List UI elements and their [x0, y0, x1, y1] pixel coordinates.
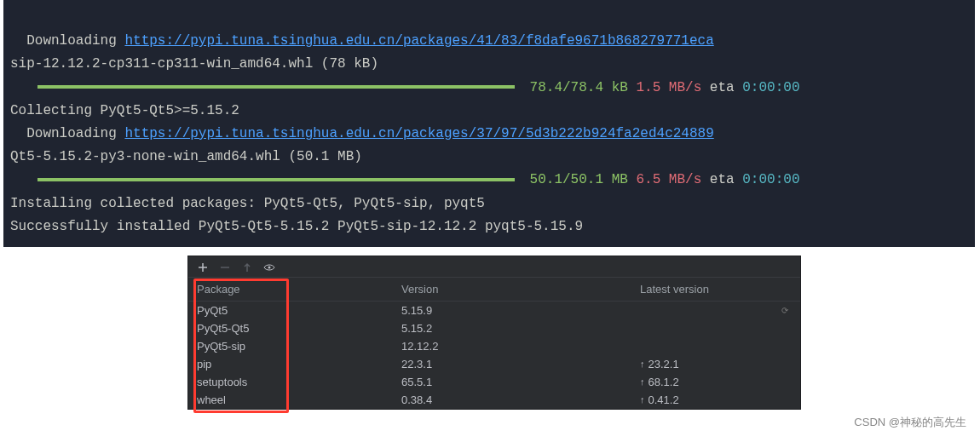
- eta-label-1: eta: [701, 80, 742, 95]
- progress-bar-1: [37, 85, 515, 89]
- package-version: 5.15.2: [401, 322, 640, 335]
- package-latest: ↑ 23.2.1: [640, 358, 792, 370]
- remove-icon[interactable]: [219, 261, 231, 273]
- svg-point-0: [268, 266, 271, 268]
- wheel-file-2: Qt5-5.15.2-py3-none-win_amd64.whl (50.1 …: [10, 149, 362, 164]
- package-version: 5.15.9: [401, 304, 640, 317]
- download-prefix-2: Downloading: [10, 126, 124, 141]
- progress-bar-2: [37, 178, 515, 181]
- download-prefix: Downloading: [10, 33, 124, 49]
- success-line: Successfully installed PyQt5-Qt5-5.15.2 …: [10, 219, 583, 234]
- package-version: 22.3.1: [401, 358, 640, 370]
- package-latest: [640, 340, 792, 353]
- wheel-file-1: sip-12.12.2-cp311-cp311-win_amd64.whl (7…: [10, 56, 378, 72]
- progress-speed-2: 6.5 MB/s: [636, 172, 701, 187]
- eye-icon[interactable]: [263, 261, 275, 273]
- upgrade-icon[interactable]: [241, 261, 253, 273]
- packages-panel: Package Version Latest version PyQt55.15…: [187, 256, 801, 410]
- package-version: 0.38.4: [401, 393, 640, 406]
- progress-speed-1: 1.5 MB/s: [636, 80, 701, 95]
- eta-label-2: eta: [701, 172, 742, 187]
- terminal-output: Downloading https://pypi.tuna.tsinghua.e…: [3, 0, 975, 247]
- package-latest: ↑ 68.1.2: [640, 376, 792, 388]
- progress-eta-1: 0:00:00: [742, 80, 799, 95]
- package-version: 12.12.2: [401, 340, 640, 353]
- collecting-line: Collecting PyQt5-Qt5>=5.15.2: [10, 103, 239, 118]
- upgrade-arrow-icon: ↑: [640, 394, 645, 405]
- progress-eta-2: 0:00:00: [742, 172, 799, 187]
- package-latest: [640, 304, 792, 317]
- package-latest: ↑ 0.41.2: [640, 393, 792, 406]
- package-latest: [640, 322, 792, 335]
- header-version[interactable]: Version: [401, 283, 640, 296]
- upgrade-arrow-icon: ↑: [640, 376, 645, 387]
- download-url-1[interactable]: https://pypi.tuna.tsinghua.edu.cn/packag…: [124, 33, 713, 49]
- loading-spinner-icon: ⟳: [781, 306, 788, 315]
- installing-line: Installing collected packages: PyQt5-Qt5…: [10, 196, 485, 211]
- progress-done-2: 50.1/50.1 MB: [530, 172, 628, 187]
- upgrade-arrow-icon: ↑: [640, 359, 645, 369]
- add-icon[interactable]: [197, 261, 209, 273]
- watermark-text: CSDN @神秘的高先生: [0, 410, 980, 434]
- packages-toolbar: [188, 256, 800, 278]
- header-latest[interactable]: Latest version: [640, 283, 792, 296]
- package-version: 65.5.1: [401, 376, 640, 388]
- download-url-2[interactable]: https://pypi.tuna.tsinghua.edu.cn/packag…: [124, 126, 713, 141]
- highlight-annotation: [193, 279, 289, 413]
- progress-done-1: 78.4/78.4 kB: [530, 80, 628, 95]
